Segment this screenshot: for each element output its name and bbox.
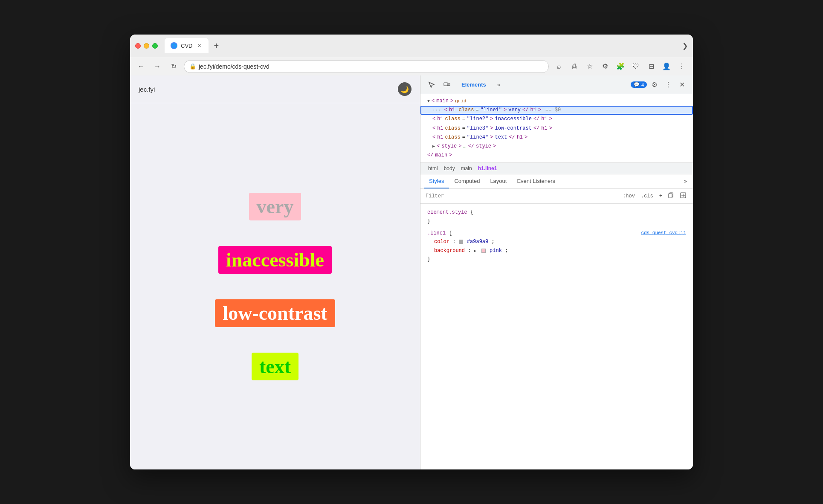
dom-row-style[interactable]: ▶ <style> … </style> bbox=[420, 142, 693, 151]
badge-icon: 💬 bbox=[634, 82, 640, 87]
css-source-link[interactable]: cds-quest-cvd:11 bbox=[641, 229, 686, 237]
color-swatch-a9a9a9[interactable] bbox=[459, 240, 463, 244]
puzzle-icon[interactable]: 🧩 bbox=[614, 61, 626, 72]
tab-event-listeners[interactable]: Event Listeners bbox=[512, 174, 560, 188]
dom-row-h1-line1[interactable]: ··· <h1 class="line1" >very</h1> == $0 bbox=[420, 106, 693, 115]
share-icon[interactable]: ⎙ bbox=[568, 61, 580, 72]
close-traffic-light[interactable] bbox=[135, 43, 141, 49]
filter-bar: :hov .cls + bbox=[420, 189, 693, 204]
copy-styles-button[interactable] bbox=[667, 191, 676, 201]
cls-filter-button[interactable]: .cls bbox=[639, 192, 655, 200]
add-style-button[interactable]: + bbox=[658, 192, 664, 200]
sidebar-toggle-icon[interactable]: ⊟ bbox=[645, 61, 657, 72]
tab-close-button[interactable]: ✕ bbox=[196, 42, 203, 49]
new-tab-button[interactable]: + bbox=[210, 40, 222, 52]
shield-icon[interactable]: 🛡 bbox=[630, 61, 642, 72]
tab-layout[interactable]: Layout bbox=[485, 174, 512, 188]
devtools-menu-button[interactable]: ⋮ bbox=[662, 79, 674, 91]
dom-row-main-close[interactable]: </main> bbox=[420, 151, 693, 160]
css-prop-color: color : #a9a9a9 ; bbox=[427, 238, 686, 246]
svg-rect-3 bbox=[669, 194, 672, 198]
devtools-toolbar: Elements » 💬 4 ⚙ ⋮ ✕ bbox=[420, 75, 693, 94]
bookmark-icon[interactable]: ☆ bbox=[584, 61, 596, 72]
back-button[interactable]: ← bbox=[135, 61, 147, 72]
tab-list-button[interactable]: ❯ bbox=[682, 42, 688, 50]
filter-input[interactable] bbox=[426, 193, 617, 199]
styles-more-tabs[interactable]: » bbox=[681, 174, 690, 188]
tab-bar: 🌐 CVD ✕ + ❯ bbox=[165, 38, 688, 53]
styles-tabs: Styles Computed Layout Event Listeners » bbox=[420, 174, 693, 189]
refresh-button[interactable]: ↻ bbox=[168, 61, 180, 72]
breadcrumb-bar: html body main h1.line1 bbox=[420, 162, 693, 174]
breadcrumb-body[interactable]: body bbox=[441, 165, 458, 172]
browser-menu-icon[interactable]: ⋮ bbox=[676, 61, 688, 72]
search-icon[interactable]: ⌕ bbox=[553, 61, 565, 72]
hover-filter-button[interactable]: :hov bbox=[621, 192, 637, 200]
account-icon[interactable]: 👤 bbox=[661, 61, 672, 72]
page-logo: jec.fyi bbox=[139, 86, 155, 93]
dom-tree: ▼ <main> grid ··· <h1 class="line1" >ver… bbox=[420, 94, 693, 162]
tab-computed[interactable]: Computed bbox=[449, 174, 485, 188]
maximize-traffic-light[interactable] bbox=[152, 43, 158, 49]
page-header: jec.fyi 🌙 bbox=[130, 75, 420, 103]
badge-count: 4 bbox=[641, 82, 644, 87]
css-rule-selector-element: element.style { bbox=[427, 208, 686, 217]
dom-row-h1-line2[interactable]: <h1 class="line2" >inaccessible</h1> bbox=[420, 115, 693, 124]
css-rule-line1: .line1 { cds-quest-cvd:11 color : #a9a9a… bbox=[420, 227, 693, 266]
traffic-lights bbox=[135, 43, 158, 49]
device-toolbar-button[interactable] bbox=[441, 79, 453, 91]
notification-badge[interactable]: 💬 4 bbox=[631, 81, 647, 88]
minimize-traffic-light[interactable] bbox=[144, 43, 149, 49]
styles-panel: Styles Computed Layout Event Listeners »… bbox=[420, 174, 693, 469]
browser-window: 🌐 CVD ✕ + ❯ ← → ↻ 🔒 jec.fyi/demo/cds-que… bbox=[130, 35, 693, 469]
css-rules: element.style { } .line1 { cds-quest-cvd… bbox=[420, 204, 693, 469]
svg-rect-0 bbox=[444, 83, 448, 86]
element-state-button[interactable] bbox=[678, 191, 688, 201]
page-content: jec.fyi 🌙 very inaccessible low-contrast… bbox=[130, 75, 420, 469]
breadcrumb-h1-line1[interactable]: h1.line1 bbox=[475, 165, 500, 172]
dom-attr-grid: grid bbox=[455, 98, 466, 105]
breadcrumb-html[interactable]: html bbox=[426, 165, 440, 172]
page-main: very inaccessible low-contrast text bbox=[130, 103, 420, 469]
url-bar[interactable]: 🔒 jec.fyi/demo/cds-quest-cvd bbox=[184, 60, 549, 73]
content-area: jec.fyi 🌙 very inaccessible low-contrast… bbox=[130, 75, 693, 469]
dom-row-h1-line4[interactable]: <h1 class="line4" >text</h1> bbox=[420, 133, 693, 142]
demo-text-inaccessible: inaccessible bbox=[218, 246, 332, 274]
forward-button[interactable]: → bbox=[151, 61, 163, 72]
css-rule-close-element: } bbox=[427, 217, 686, 226]
address-bar: ← → ↻ 🔒 jec.fyi/demo/cds-quest-cvd ⌕ ⎙ ☆… bbox=[130, 57, 693, 75]
devtools-settings-button[interactable]: ⚙ bbox=[649, 79, 661, 91]
address-actions: ⌕ ⎙ ☆ ⚙ 🧩 🛡 ⊟ 👤 ⋮ bbox=[553, 61, 688, 72]
filter-actions: :hov .cls + bbox=[621, 191, 688, 201]
demo-text-very: very bbox=[249, 193, 301, 220]
devtools-actions: 💬 4 ⚙ ⋮ ✕ bbox=[631, 79, 688, 91]
dom-dots: ··· bbox=[432, 107, 441, 114]
background-expand-icon[interactable]: ▶ bbox=[474, 248, 478, 252]
svg-rect-1 bbox=[448, 84, 450, 86]
dom-dollar-zero: == $0 bbox=[545, 106, 561, 114]
tab-elements[interactable]: Elements bbox=[456, 80, 491, 90]
dom-row-h1-line3[interactable]: <h1 class="line3" >low-contrast</h1> bbox=[420, 124, 693, 133]
extensions-icon[interactable]: ⚙ bbox=[599, 61, 611, 72]
title-bar: 🌐 CVD ✕ + ❯ bbox=[130, 35, 693, 57]
triangle-icon: ▼ bbox=[427, 98, 430, 105]
devtools-close-button[interactable]: ✕ bbox=[676, 79, 688, 91]
devtools-top-tabs: Elements » bbox=[456, 80, 627, 90]
css-prop-background: background : ▶ pink ; bbox=[427, 246, 686, 255]
css-rule-close-line1: } bbox=[427, 255, 686, 264]
tab-styles[interactable]: Styles bbox=[424, 174, 449, 188]
dom-row-main[interactable]: ▼ <main> grid bbox=[420, 97, 693, 106]
triangle-icon-style: ▶ bbox=[432, 143, 435, 150]
lock-icon: 🔒 bbox=[189, 63, 196, 70]
tab-title: CVD bbox=[181, 43, 192, 49]
demo-text-low-contrast: low-contrast bbox=[215, 299, 335, 327]
browser-tab[interactable]: 🌐 CVD ✕ bbox=[165, 38, 209, 53]
css-rule-selector-line1: .line1 { cds-quest-cvd:11 bbox=[427, 229, 686, 238]
dom-ellipsis: … bbox=[463, 142, 466, 151]
dark-mode-button[interactable]: 🌙 bbox=[398, 82, 412, 96]
tab-more[interactable]: » bbox=[492, 80, 505, 90]
breadcrumb-main[interactable]: main bbox=[458, 165, 475, 172]
color-swatch-pink[interactable] bbox=[481, 249, 486, 253]
inspect-element-button[interactable] bbox=[426, 79, 438, 91]
devtools-panel: Elements » 💬 4 ⚙ ⋮ ✕ ▼ <ma bbox=[420, 75, 693, 469]
